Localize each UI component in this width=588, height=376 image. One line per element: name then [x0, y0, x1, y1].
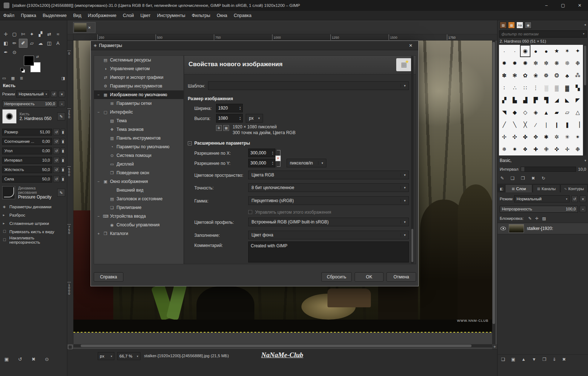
slider-reset-icon[interactable]: ↺	[53, 148, 60, 154]
brush-swatch[interactable]: ▒	[551, 82, 562, 94]
brush-swatch[interactable]: ╳	[520, 119, 530, 131]
configure-tab-icon[interactable]: ◧	[498, 185, 505, 192]
brush-swatch[interactable]: ✳	[562, 131, 572, 143]
prefs-tree-item[interactable]: ⊞ Параметры сетки	[94, 99, 183, 108]
brush-swatch[interactable]: ✻	[530, 57, 541, 69]
edit-brush-icon[interactable]: ✎	[500, 176, 504, 181]
prefs-tree-item[interactable]: ▧ Тема	[94, 116, 183, 125]
vertical-scrollbar[interactable]	[492, 40, 495, 344]
brush-swatch[interactable]: ▓	[562, 82, 572, 94]
search-icon[interactable]: ⊙	[45, 356, 49, 362]
prefs-tree-item[interactable]: ⊙ Система помощи	[94, 151, 183, 160]
brush-swatch[interactable]: ▙	[509, 94, 520, 106]
tool-option-toggle[interactable]: ▸ Разброс	[0, 211, 67, 219]
comment-textarea[interactable]: Created with GIMP	[248, 242, 409, 262]
profile-select[interactable]: Встроенный RGB (GIMP built-in sRGB) ▾	[248, 218, 409, 226]
prefs-tree-item[interactable]: ◔ Параметры по умолчанию	[94, 142, 183, 151]
tablet-link-icon[interactable]: ▮	[61, 148, 65, 154]
brush-swatch[interactable]: ❂	[551, 69, 562, 82]
brush-swatch[interactable]: ✸	[499, 57, 509, 69]
brush-swatch[interactable]: ▰	[551, 106, 562, 119]
brush-swatch[interactable]: ●	[541, 45, 551, 57]
slider-reset-icon[interactable]: ↺	[53, 176, 60, 182]
lock-position-icon[interactable]: ✛	[535, 216, 538, 221]
brush-swatch[interactable]: ∙	[509, 45, 520, 57]
tool-option-toggle[interactable]: ☐ Привязать кисть к виду	[0, 227, 67, 236]
new-group-icon[interactable]: ▣	[511, 357, 515, 362]
tree-expander-icon[interactable]: −	[96, 214, 101, 218]
prefs-tree-item[interactable]: − ▢ Интерфейс	[94, 108, 183, 116]
dock-tab[interactable]: ▥ Каналы	[533, 184, 560, 192]
brush-swatch[interactable]: ✦	[572, 45, 583, 57]
prefs-tree-item[interactable]: ▤ Системные ресурсы	[94, 56, 183, 64]
pencil-tool[interactable]: ✏	[10, 39, 19, 48]
brush-swatch[interactable]: △	[572, 106, 583, 119]
lock-pixels-icon[interactable]: ✎	[528, 216, 532, 221]
prefs-tree-item[interactable]: ▤ Заголовок и состояние	[94, 195, 183, 203]
brush-swatch[interactable]: ❊	[562, 57, 572, 69]
edit-dynamics-icon[interactable]: ✎	[57, 189, 65, 197]
tool-option-toggle[interactable]: ▸ Сглаженные штрихи	[0, 219, 67, 227]
brush-swatch[interactable]: ✲	[551, 131, 562, 143]
horizontal-scrollbar[interactable]	[73, 344, 492, 347]
brush-swatch[interactable]: ╲	[509, 119, 520, 131]
brush-swatch[interactable]: ❋	[551, 57, 562, 69]
tablet-link-icon[interactable]: ▮	[61, 129, 65, 135]
menu-item[interactable]: Правка	[18, 11, 39, 20]
brush-swatch[interactable]: ∶	[499, 82, 509, 94]
dock-menu-icon[interactable]: ≣	[20, 76, 23, 81]
text-tool[interactable]: A	[54, 39, 62, 48]
brush-swatch[interactable]: ★	[551, 45, 562, 57]
layer-mode-select[interactable]: Нормальный ▾	[514, 195, 570, 202]
duplicate-brush-icon[interactable]: ❐	[521, 176, 525, 181]
brush-swatch[interactable]: ·	[499, 45, 509, 57]
prefs-tree-item[interactable]: − ▦ Изображение по умолчанию	[94, 90, 183, 99]
quickmask-toggle[interactable]	[68, 345, 72, 349]
brush-swatch[interactable]: ❉	[572, 57, 583, 69]
menu-item[interactable]: Фильтры	[189, 11, 213, 20]
opacity-slider[interactable]: Непрозрачность 100,0	[2, 101, 57, 107]
close-button[interactable]: ✕	[571, 0, 588, 11]
prefs-tree-item[interactable]: ❖ Тема значков	[94, 125, 183, 134]
brush-swatch[interactable]: ◢	[551, 94, 562, 106]
menu-item[interactable]: Инструменты	[154, 11, 189, 20]
ruler-corner[interactable]	[67, 34, 73, 40]
prefs-tree-item[interactable]: ❏ Прилипание	[94, 203, 183, 212]
brush-thumbnail[interactable]	[2, 109, 17, 124]
rect-select-tool[interactable]: ▢	[10, 30, 19, 39]
free-select-tool[interactable]: ✄	[19, 30, 28, 39]
brush-swatch[interactable]: ✣	[509, 131, 520, 143]
anchor-layer-icon[interactable]: ⇓	[553, 357, 556, 362]
brush-swatch[interactable]: ✱	[541, 131, 551, 143]
slider-reset-icon[interactable]: ↺	[53, 129, 60, 135]
brush-swatch[interactable]: ✵	[499, 143, 509, 155]
brush-swatch[interactable]: ♣	[562, 69, 572, 82]
brush-swatch[interactable]: ▞	[499, 94, 509, 106]
brush-swatch[interactable]: ✹	[509, 57, 520, 69]
brush-grid-scrollbar[interactable]	[584, 45, 587, 155]
brush-swatch[interactable]: ▱	[562, 106, 572, 119]
delete-brush-icon[interactable]: ✖	[532, 176, 535, 181]
brush-swatch[interactable]: ▲	[541, 106, 551, 119]
prefs-tree-item[interactable]: ▥ Панель инструментов	[94, 134, 183, 142]
tablet-link-icon[interactable]: ▮	[61, 176, 65, 182]
dynamics-thumbnail[interactable]	[2, 186, 15, 199]
prefs-tree-item[interactable]: ◉ Способы управления	[94, 221, 183, 229]
dynamics-chooser[interactable]: Динамика рисования Pressure Opacity ✎	[0, 186, 67, 200]
collapse-dock-icon[interactable]: ◨	[62, 76, 65, 81]
brush-slider[interactable]: Сила 50,0	[2, 176, 52, 183]
lock-alpha-icon[interactable]: ▨	[542, 216, 546, 221]
reset-button[interactable]: Сбросить	[321, 272, 352, 282]
prefs-tree-item[interactable]: ⇄ Импорт и экспорт графики	[94, 73, 183, 82]
refresh-brushes-icon[interactable]: ↻	[542, 176, 545, 181]
unit-select[interactable]: px ▾	[246, 114, 263, 123]
menu-item[interactable]: Изображение	[85, 11, 120, 20]
layer-mode-reset-icon[interactable]: ↺	[571, 196, 578, 202]
brush-swatch[interactable]: ░	[541, 82, 551, 94]
undo-history-icon[interactable]: ↺	[18, 356, 22, 362]
brush-swatch[interactable]: ✴	[572, 131, 583, 143]
eraser-tool[interactable]: ▱	[28, 39, 36, 48]
prefs-tree-item[interactable]: ⚙ Параметры инструментов	[94, 82, 183, 90]
default-colors-icon[interactable]	[20, 68, 25, 72]
resolution-y-input[interactable]: 300,000 ▴▾	[248, 159, 275, 167]
